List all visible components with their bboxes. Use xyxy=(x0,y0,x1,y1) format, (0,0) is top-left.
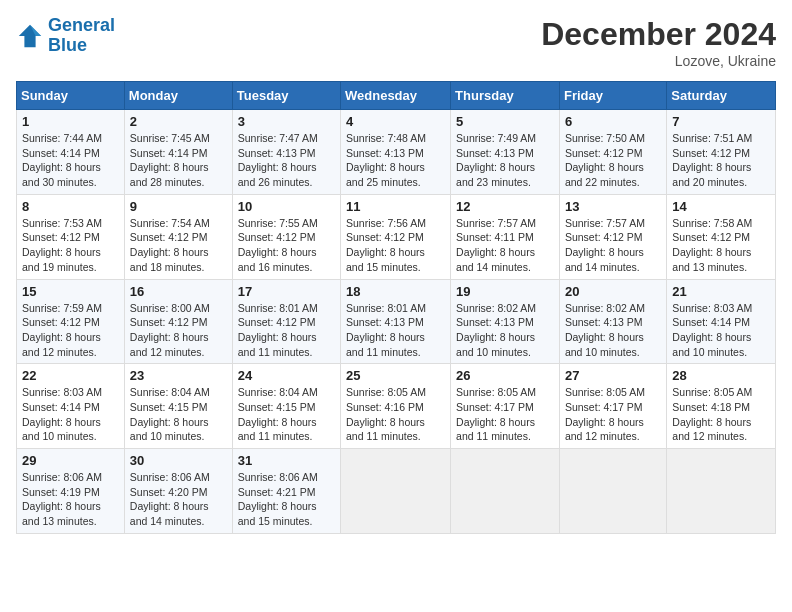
sunrise-text: Sunrise: 7:51 AM xyxy=(672,131,770,146)
sunrise-text: Sunrise: 8:04 AM xyxy=(238,385,335,400)
day-info: Sunrise: 8:05 AMSunset: 4:18 PMDaylight:… xyxy=(672,385,770,444)
header-day-monday: Monday xyxy=(124,82,232,110)
calendar-cell: 16Sunrise: 8:00 AMSunset: 4:12 PMDayligh… xyxy=(124,279,232,364)
day-number: 10 xyxy=(238,199,335,214)
daylight-text: Daylight: 8 hours xyxy=(565,415,661,430)
calendar-cell: 13Sunrise: 7:57 AMSunset: 4:12 PMDayligh… xyxy=(559,194,666,279)
daylight-text-cont: and 14 minutes. xyxy=(130,514,227,529)
day-info: Sunrise: 7:55 AMSunset: 4:12 PMDaylight:… xyxy=(238,216,335,275)
day-number: 31 xyxy=(238,453,335,468)
day-info: Sunrise: 8:05 AMSunset: 4:17 PMDaylight:… xyxy=(456,385,554,444)
day-info: Sunrise: 8:06 AMSunset: 4:19 PMDaylight:… xyxy=(22,470,119,529)
day-number: 17 xyxy=(238,284,335,299)
sunrise-text: Sunrise: 8:02 AM xyxy=(456,301,554,316)
day-info: Sunrise: 8:02 AMSunset: 4:13 PMDaylight:… xyxy=(456,301,554,360)
sunrise-text: Sunrise: 7:55 AM xyxy=(238,216,335,231)
daylight-text: Daylight: 8 hours xyxy=(130,330,227,345)
daylight-text: Daylight: 8 hours xyxy=(346,245,445,260)
daylight-text: Daylight: 8 hours xyxy=(456,245,554,260)
calendar-cell: 24Sunrise: 8:04 AMSunset: 4:15 PMDayligh… xyxy=(232,364,340,449)
calendar-cell: 26Sunrise: 8:05 AMSunset: 4:17 PMDayligh… xyxy=(451,364,560,449)
calendar-cell: 6Sunrise: 7:50 AMSunset: 4:12 PMDaylight… xyxy=(559,110,666,195)
calendar-cell: 14Sunrise: 7:58 AMSunset: 4:12 PMDayligh… xyxy=(667,194,776,279)
calendar-cell: 9Sunrise: 7:54 AMSunset: 4:12 PMDaylight… xyxy=(124,194,232,279)
calendar-cell: 19Sunrise: 8:02 AMSunset: 4:13 PMDayligh… xyxy=(451,279,560,364)
daylight-text-cont: and 11 minutes. xyxy=(346,429,445,444)
day-info: Sunrise: 8:03 AMSunset: 4:14 PMDaylight:… xyxy=(22,385,119,444)
day-info: Sunrise: 8:06 AMSunset: 4:20 PMDaylight:… xyxy=(130,470,227,529)
daylight-text-cont: and 11 minutes. xyxy=(346,345,445,360)
day-number: 30 xyxy=(130,453,227,468)
day-number: 26 xyxy=(456,368,554,383)
daylight-text: Daylight: 8 hours xyxy=(456,330,554,345)
day-number: 25 xyxy=(346,368,445,383)
daylight-text: Daylight: 8 hours xyxy=(238,160,335,175)
sunset-text: Sunset: 4:18 PM xyxy=(672,400,770,415)
sunrise-text: Sunrise: 8:00 AM xyxy=(130,301,227,316)
calendar-cell: 18Sunrise: 8:01 AMSunset: 4:13 PMDayligh… xyxy=(341,279,451,364)
sunrise-text: Sunrise: 8:01 AM xyxy=(346,301,445,316)
sunset-text: Sunset: 4:16 PM xyxy=(346,400,445,415)
calendar-cell xyxy=(341,449,451,534)
daylight-text: Daylight: 8 hours xyxy=(238,245,335,260)
calendar-cell: 27Sunrise: 8:05 AMSunset: 4:17 PMDayligh… xyxy=(559,364,666,449)
sunset-text: Sunset: 4:14 PM xyxy=(672,315,770,330)
sunrise-text: Sunrise: 7:48 AM xyxy=(346,131,445,146)
sunrise-text: Sunrise: 7:57 AM xyxy=(456,216,554,231)
calendar-cell: 15Sunrise: 7:59 AMSunset: 4:12 PMDayligh… xyxy=(17,279,125,364)
calendar-cell: 7Sunrise: 7:51 AMSunset: 4:12 PMDaylight… xyxy=(667,110,776,195)
day-number: 23 xyxy=(130,368,227,383)
header-row: SundayMondayTuesdayWednesdayThursdayFrid… xyxy=(17,82,776,110)
calendar-cell xyxy=(451,449,560,534)
sunset-text: Sunset: 4:21 PM xyxy=(238,485,335,500)
calendar-cell: 31Sunrise: 8:06 AMSunset: 4:21 PMDayligh… xyxy=(232,449,340,534)
day-info: Sunrise: 8:01 AMSunset: 4:12 PMDaylight:… xyxy=(238,301,335,360)
calendar-cell: 29Sunrise: 8:06 AMSunset: 4:19 PMDayligh… xyxy=(17,449,125,534)
day-info: Sunrise: 7:53 AMSunset: 4:12 PMDaylight:… xyxy=(22,216,119,275)
daylight-text: Daylight: 8 hours xyxy=(565,160,661,175)
day-info: Sunrise: 7:51 AMSunset: 4:12 PMDaylight:… xyxy=(672,131,770,190)
day-info: Sunrise: 8:03 AMSunset: 4:14 PMDaylight:… xyxy=(672,301,770,360)
sunrise-text: Sunrise: 8:06 AM xyxy=(22,470,119,485)
daylight-text-cont: and 11 minutes. xyxy=(238,345,335,360)
daylight-text-cont: and 14 minutes. xyxy=(565,260,661,275)
daylight-text-cont: and 19 minutes. xyxy=(22,260,119,275)
day-number: 19 xyxy=(456,284,554,299)
daylight-text: Daylight: 8 hours xyxy=(346,415,445,430)
day-info: Sunrise: 7:49 AMSunset: 4:13 PMDaylight:… xyxy=(456,131,554,190)
sunset-text: Sunset: 4:13 PM xyxy=(456,146,554,161)
calendar-cell xyxy=(667,449,776,534)
daylight-text-cont: and 10 minutes. xyxy=(22,429,119,444)
calendar-cell: 23Sunrise: 8:04 AMSunset: 4:15 PMDayligh… xyxy=(124,364,232,449)
day-number: 27 xyxy=(565,368,661,383)
sunrise-text: Sunrise: 8:05 AM xyxy=(565,385,661,400)
calendar-table: SundayMondayTuesdayWednesdayThursdayFrid… xyxy=(16,81,776,534)
calendar-cell xyxy=(559,449,666,534)
sunset-text: Sunset: 4:14 PM xyxy=(130,146,227,161)
day-info: Sunrise: 7:56 AMSunset: 4:12 PMDaylight:… xyxy=(346,216,445,275)
day-info: Sunrise: 8:01 AMSunset: 4:13 PMDaylight:… xyxy=(346,301,445,360)
sunrise-text: Sunrise: 7:58 AM xyxy=(672,216,770,231)
calendar-cell: 1Sunrise: 7:44 AMSunset: 4:14 PMDaylight… xyxy=(17,110,125,195)
week-row-5: 29Sunrise: 8:06 AMSunset: 4:19 PMDayligh… xyxy=(17,449,776,534)
page-header: General Blue December 2024 Lozove, Ukrai… xyxy=(16,16,776,69)
daylight-text-cont: and 26 minutes. xyxy=(238,175,335,190)
header-day-friday: Friday xyxy=(559,82,666,110)
day-info: Sunrise: 7:57 AMSunset: 4:11 PMDaylight:… xyxy=(456,216,554,275)
daylight-text: Daylight: 8 hours xyxy=(565,245,661,260)
sunset-text: Sunset: 4:17 PM xyxy=(565,400,661,415)
sunset-text: Sunset: 4:14 PM xyxy=(22,400,119,415)
sunrise-text: Sunrise: 7:56 AM xyxy=(346,216,445,231)
daylight-text: Daylight: 8 hours xyxy=(22,245,119,260)
daylight-text: Daylight: 8 hours xyxy=(238,330,335,345)
day-info: Sunrise: 7:58 AMSunset: 4:12 PMDaylight:… xyxy=(672,216,770,275)
daylight-text: Daylight: 8 hours xyxy=(672,245,770,260)
daylight-text-cont: and 12 minutes. xyxy=(130,345,227,360)
sunrise-text: Sunrise: 8:05 AM xyxy=(456,385,554,400)
week-row-4: 22Sunrise: 8:03 AMSunset: 4:14 PMDayligh… xyxy=(17,364,776,449)
sunrise-text: Sunrise: 8:03 AM xyxy=(672,301,770,316)
sunrise-text: Sunrise: 7:50 AM xyxy=(565,131,661,146)
daylight-text-cont: and 11 minutes. xyxy=(238,429,335,444)
day-info: Sunrise: 7:59 AMSunset: 4:12 PMDaylight:… xyxy=(22,301,119,360)
header-day-tuesday: Tuesday xyxy=(232,82,340,110)
